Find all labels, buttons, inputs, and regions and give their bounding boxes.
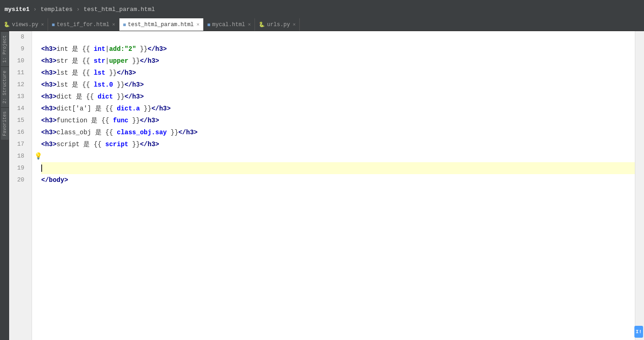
brace-close-11: }} [105, 67, 117, 79]
tab-label-urls-py: urls.py [267, 22, 290, 28]
line-num-9: 9 [9, 43, 28, 55]
tab-mycal[interactable]: ◼ mycal.html × [204, 18, 255, 31]
tab-label-mycal: mycal.html [212, 22, 245, 28]
line-num-16: 16 [9, 126, 28, 138]
html-icon-1: ◼ [52, 22, 55, 27]
var-func: func [113, 115, 129, 126]
py-icon-1: 🐍 [4, 22, 10, 27]
py-icon-2: 🐍 [259, 22, 265, 27]
code-line-16: <h3>class_obj 是 {{ class_obj.say }}</h3> [41, 126, 635, 138]
tab-label-test-if-for: test_if_for.html [57, 22, 109, 28]
tab-test-if-for[interactable]: ◼ test_if_for.html × [48, 18, 119, 31]
tag-h3-open-15: <h3> [41, 115, 57, 126]
code-line-15: <h3>function 是 {{ func }}</h3> [41, 115, 635, 126]
tag-h3-close-12: </h3> [124, 79, 144, 91]
side-panel-structure[interactable]: 2: Structure [1, 66, 9, 107]
info-badge: I! [634, 326, 643, 338]
code-line-9: <h3>int 是 {{ int|add:"2" }}</h3> [41, 43, 635, 55]
text-11: lst 是 {{ [57, 67, 94, 79]
code-line-13: <h3>dict 是 {{ dict }}</h3> [41, 91, 635, 103]
tag-h3-open-16: <h3> [41, 126, 57, 138]
right-gutter: I! [635, 31, 644, 340]
separator-1: › [33, 6, 37, 13]
breadcrumb-file: test_html_param.html [83, 6, 155, 13]
close-icon-5[interactable]: × [293, 22, 296, 27]
line-num-8: 8 [9, 31, 28, 43]
line-num-14: 14 [9, 103, 28, 115]
html-icon-2: ◼ [123, 22, 126, 27]
code-line-17: <h3>script 是 {{ script }}</h3> [41, 138, 635, 150]
line-num-15: 15 [9, 115, 28, 126]
text-14: dict['a'] 是 {{ [57, 103, 117, 115]
str-2: :"2" [121, 43, 136, 55]
code-editor[interactable]: 8 9 10 11 12 13 14 15 16 17 18 19 20 [9, 31, 644, 340]
var-dict-13: dict [97, 91, 113, 103]
text-17: script 是 {{ [57, 138, 105, 150]
line-num-13: 13 [9, 91, 28, 103]
code-line-12: <h3>lst 是 {{ lst.0 }}</h3> [41, 79, 635, 91]
var-script: script [105, 138, 128, 150]
code-line-10: <h3>str 是 {{ str|upper }}</h3> [41, 55, 635, 67]
filter-upper: upper [109, 55, 128, 67]
text-16: class_obj 是 {{ [57, 126, 117, 138]
editor-area[interactable]: 8 9 10 11 12 13 14 15 16 17 18 19 20 [9, 31, 644, 340]
tag-h3-close-14: </h3> [152, 103, 171, 115]
var-str: str [94, 55, 105, 67]
text-15: function 是 {{ [57, 115, 113, 126]
line-num-12: 12 [9, 79, 28, 91]
close-icon-4[interactable]: × [248, 22, 251, 27]
title-bar: mysite1 › templates › test_html_param.ht… [0, 0, 644, 18]
line-numbers: 8 9 10 11 12 13 14 15 16 17 18 19 20 [9, 31, 32, 340]
line-num-10: 10 [9, 55, 28, 67]
brace-close-10: }} [128, 55, 140, 67]
separator-2: › [76, 6, 80, 13]
brace-close-14: }} [140, 103, 152, 115]
var-dict-a: dict.a [117, 103, 140, 115]
code-line-20: </body> [41, 174, 635, 186]
text-13: dict 是 {{ [57, 91, 98, 103]
code-line-14: <h3>dict['a'] 是 {{ dict.a }}</h3> [41, 103, 635, 115]
line-num-18: 18 [9, 150, 28, 162]
tag-h3-open-10: <h3> [41, 55, 57, 67]
side-panel-favorites[interactable]: Favorites [1, 107, 9, 140]
code-line-8 [41, 31, 635, 43]
brace-close-15: }} [128, 115, 140, 126]
tag-h3-close-15: </h3> [140, 115, 159, 126]
tag-h3-close-16: </h3> [179, 126, 198, 138]
tab-views-py[interactable]: 🐍 views.py × [0, 18, 48, 31]
var-lst-11: lst [94, 67, 105, 79]
close-icon-1[interactable]: × [41, 22, 44, 27]
lightbulb-icon: 💡 [34, 150, 42, 162]
text-12: lst 是 {{ [57, 79, 94, 91]
tab-urls-py[interactable]: 🐍 urls.py × [255, 18, 300, 31]
line-num-20: 20 [9, 174, 28, 186]
pipe-9: | [105, 43, 109, 55]
brace-close-9: }} [136, 43, 147, 55]
tab-label-test-html-param: test_html_param.html [128, 22, 194, 28]
tag-h3-open-9: <h3> [41, 43, 57, 55]
tag-h3-close-11: </h3> [117, 67, 136, 79]
html-icon-3: ◼ [207, 22, 211, 27]
side-panel-left: 1: Project 2: Structure Favorites [0, 31, 9, 340]
line-num-17: 17 [9, 138, 28, 150]
side-panel-project[interactable]: 1: Project [1, 31, 9, 66]
text-9: int 是 {{ [57, 43, 94, 55]
main-area: 1: Project 2: Structure Favorites 8 9 10… [0, 31, 644, 340]
code-content[interactable]: <h3>int 是 {{ int|add:"2" }}</h3> <h3>str… [32, 31, 635, 340]
code-line-18: 💡 [41, 150, 635, 162]
close-icon-3[interactable]: × [196, 22, 200, 27]
pipe-10: | [105, 55, 109, 67]
code-line-19[interactable] [41, 162, 635, 174]
tab-test-html-param[interactable]: ◼ test_html_param.html × [119, 18, 204, 31]
text-10: str 是 {{ [57, 55, 94, 67]
tag-h3-open-12: <h3> [41, 79, 57, 91]
breadcrumb-templates[interactable]: templates [40, 6, 72, 13]
tag-h3-close-13: </h3> [124, 91, 144, 103]
filter-add: add [109, 43, 120, 55]
brace-close-17: }} [128, 138, 140, 150]
tag-h3-close-10: </h3> [140, 55, 159, 67]
tag-h3-open-14: <h3> [41, 103, 57, 115]
close-icon-2[interactable]: × [112, 22, 115, 27]
text-cursor [41, 165, 42, 172]
brace-close-12: }} [113, 79, 124, 91]
